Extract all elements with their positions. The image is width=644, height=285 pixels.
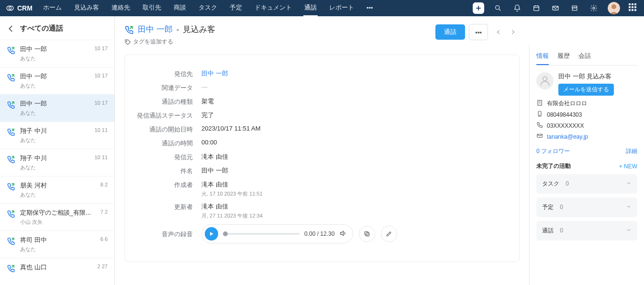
list-item[interactable]: 田中 一郎あなた10 17 xyxy=(0,94,114,121)
list-item-title: 田中 一郎 xyxy=(20,45,89,54)
list-item[interactable]: 田中 一郎あなた10 17 xyxy=(0,67,114,94)
value-subject: 田中 一郎 xyxy=(201,166,228,175)
list-item[interactable]: 翔子 中川あなた10 11 xyxy=(0,121,114,149)
list-item-main: 田中 一郎あなた xyxy=(20,99,89,117)
right-tab-2[interactable]: 会話 xyxy=(578,52,591,65)
nav-item-8[interactable]: 通話 xyxy=(303,0,318,16)
list-item[interactable]: 真也 山口2 27 xyxy=(0,258,114,279)
section-add[interactable]: + NEW xyxy=(619,163,637,170)
player: 0.00 / 12.30 xyxy=(201,224,397,243)
app-launcher-icon[interactable] xyxy=(629,3,638,13)
call-in-icon xyxy=(7,209,15,226)
detail-link[interactable]: 詳細 xyxy=(626,147,637,155)
store-icon[interactable] xyxy=(569,3,580,13)
topbar-right xyxy=(473,2,638,14)
play-button[interactable] xyxy=(205,227,218,241)
mail-icon[interactable] xyxy=(550,3,561,13)
record-person-link[interactable]: 田中 一郎 xyxy=(138,24,173,35)
nav-item-7[interactable]: ドキュメント xyxy=(254,0,293,16)
nav-item-3[interactable]: 取引先 xyxy=(142,0,162,16)
record-header: 田中 一郎 - 見込み客 タグを追加する 通話 ••• xyxy=(124,24,520,46)
email-icon xyxy=(536,132,543,141)
right-tab-0[interactable]: 情報 xyxy=(536,52,549,65)
svg-rect-7 xyxy=(366,233,369,236)
list-item-sub: あなた xyxy=(20,164,89,171)
brand[interactable]: CRM xyxy=(6,4,33,12)
accordion-item[interactable]: 通話 0 xyxy=(536,221,637,241)
svg-rect-8 xyxy=(365,231,368,235)
list-item-title: 翔子 中川 xyxy=(20,127,89,135)
svg-point-6 xyxy=(126,40,127,41)
nav-item-0[interactable]: ホーム xyxy=(42,0,63,16)
nav-item-6[interactable]: 予定 xyxy=(229,0,243,16)
call-list: 田中 一郎あなた10 17田中 一郎あなた10 17田中 一郎あなた10 17翔… xyxy=(0,40,114,279)
right-tab-1[interactable]: 履歴 xyxy=(557,52,570,65)
record-title-group: 田中 一郎 - 見込み客 タグを追加する xyxy=(124,24,215,46)
call-button[interactable]: 通話 xyxy=(435,24,465,40)
svg-point-9 xyxy=(543,77,547,81)
add-button[interactable] xyxy=(473,2,484,14)
record-card: 発信先田中 一郎 関連データ— 通話の種類架電 発信通話ステータス完了 通話の開… xyxy=(124,55,520,262)
label-start-time: 通話の開始日時 xyxy=(134,125,201,134)
phone-icon xyxy=(536,121,543,130)
brand-label: CRM xyxy=(17,4,33,12)
next-record[interactable] xyxy=(506,24,520,40)
label-call-type: 通話の種類 xyxy=(134,97,201,106)
nav-item-5[interactable]: タスク xyxy=(198,0,218,16)
list-item[interactable]: 定期保守のご相談_有限...小山 次矢7 2 xyxy=(0,203,114,230)
add-tag-label: タグを追加する xyxy=(133,38,173,46)
edit-button[interactable] xyxy=(381,226,397,242)
section-header: 未完了の活動 + NEW xyxy=(536,162,637,170)
list-item-title: 翔子 中川 xyxy=(20,154,89,163)
prev-record[interactable] xyxy=(492,24,505,40)
player-track[interactable] xyxy=(223,233,300,235)
building-icon xyxy=(536,99,543,108)
send-email-button[interactable]: メールを送信する xyxy=(558,84,614,96)
nav-item-1[interactable]: 見込み客 xyxy=(73,0,100,16)
more-button[interactable]: ••• xyxy=(469,24,488,40)
nav-item-2[interactable]: 連絡先 xyxy=(111,0,131,16)
list-item-main: 朋美 河村あなた xyxy=(20,181,96,198)
value-from: 滝本 由佳 xyxy=(201,153,228,161)
value-call-type: 架電 xyxy=(201,97,214,106)
copy-button[interactable] xyxy=(359,226,375,242)
volume-icon[interactable] xyxy=(339,230,347,239)
call-in-icon xyxy=(7,264,15,274)
profile-email[interactable]: tananka@eay.jp xyxy=(547,133,588,140)
accordion-item[interactable]: 予定 0 xyxy=(536,197,637,217)
list-item[interactable]: 朋美 河村あなた8 2 xyxy=(0,176,114,203)
chevron-down-icon xyxy=(626,180,632,187)
value-call-to[interactable]: 田中 一郎 xyxy=(201,70,228,77)
calendar-icon[interactable] xyxy=(531,3,542,13)
add-tag[interactable]: タグを追加する xyxy=(124,38,215,46)
svg-point-12 xyxy=(539,115,540,116)
value-out-status: 完了 xyxy=(201,111,214,120)
accordion-item[interactable]: タスク 0 xyxy=(536,174,637,194)
follow-row: 0 フォロワー 詳細 xyxy=(536,147,637,155)
gear-icon[interactable] xyxy=(588,3,599,13)
list-item-date: 6 6 xyxy=(100,236,108,253)
nav-item-4[interactable]: 商談 xyxy=(173,0,187,16)
list-item[interactable]: 将司 田中あなた6 6 xyxy=(0,230,114,258)
avatar[interactable] xyxy=(608,2,620,14)
call-out-icon xyxy=(7,46,15,62)
accordion-count: 0 xyxy=(560,227,563,234)
followers-link[interactable]: 0 フォロワー xyxy=(536,147,570,155)
nav-item-10[interactable]: ••• xyxy=(366,0,374,16)
back-arrow-icon[interactable] xyxy=(7,24,15,33)
list-item-date: 10 17 xyxy=(94,45,108,62)
list-item[interactable]: 翔子 中川あなた10 11 xyxy=(0,149,114,176)
value-duration: 00:00 xyxy=(201,139,217,146)
activity-accordions: タスク 0予定 0通話 0 xyxy=(536,174,637,241)
bell-icon[interactable] xyxy=(512,3,522,13)
list-item-sub: あなた xyxy=(20,110,89,117)
nav-item-9[interactable]: レポート xyxy=(328,0,355,16)
search-icon[interactable] xyxy=(493,3,503,13)
list-item[interactable]: 田中 一郎あなた10 17 xyxy=(0,40,114,67)
left-title: すべての通話 xyxy=(20,24,63,33)
list-item-main: 田中 一郎あなた xyxy=(20,72,89,89)
list-item-main: 翔子 中川あなた xyxy=(20,154,89,171)
list-item-main: 翔子 中川あなた xyxy=(20,127,89,144)
list-item-title: 田中 一郎 xyxy=(20,99,89,108)
value-updater: 滝本 由佳 xyxy=(201,202,263,211)
